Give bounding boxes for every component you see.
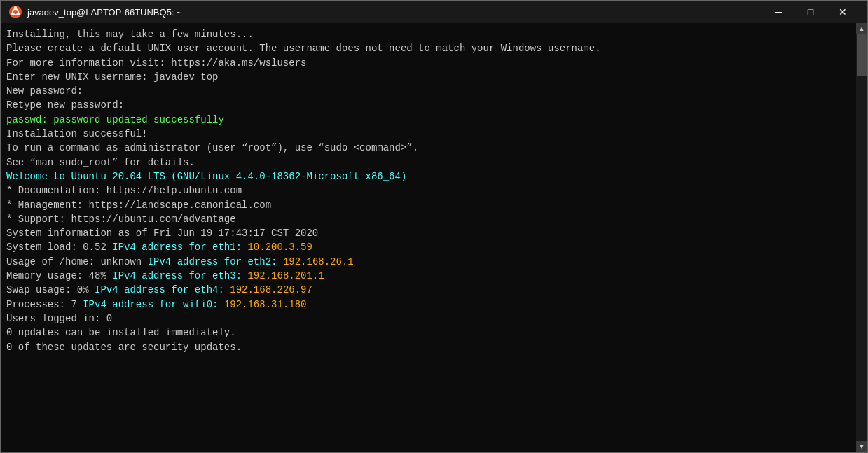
- ubuntu-icon: [9, 6, 22, 18]
- terminal-line: Retype new password:: [6, 98, 850, 112]
- terminal-line: Welcome to Ubuntu 20.04 LTS (GNU/Linux 4…: [6, 169, 850, 183]
- title-bar-text: javadev_top@LAPTOP-66TUNBQ5: ~: [27, 7, 762, 18]
- title-bar: javadev_top@LAPTOP-66TUNBQ5: ~ ─ □ ✕: [1, 1, 867, 23]
- terminal-line: Enter new UNIX username: javadev_top: [6, 70, 850, 84]
- terminal-line: * Management: https://landscape.canonica…: [6, 198, 850, 212]
- terminal-body: Installing, this may take a few minutes.…: [1, 23, 867, 452]
- terminal-line: Please create a default UNIX user accoun…: [6, 41, 850, 55]
- terminal-line: * Support: https://ubuntu.com/advantage: [6, 212, 850, 226]
- terminal-line: Usage of /home: unknown IPv4 address for…: [6, 255, 850, 269]
- terminal-line: 0 updates can be installed immediately.: [6, 326, 850, 340]
- scrollbar-up-button[interactable]: ▲: [856, 23, 867, 34]
- terminal-line: System load: 0.52 IPv4 address for eth1:…: [6, 240, 850, 254]
- terminal-line: System information as of Fri Jun 19 17:4…: [6, 226, 850, 240]
- terminal-line: Processes: 7 IPv4 address for wifi0: 192…: [6, 298, 850, 312]
- terminal-content[interactable]: Installing, this may take a few minutes.…: [1, 23, 856, 452]
- terminal-window: javadev_top@LAPTOP-66TUNBQ5: ~ ─ □ ✕ Ins…: [0, 0, 868, 453]
- terminal-line: Installation successful!: [6, 127, 850, 141]
- terminal-line: Installing, this may take a few minutes.…: [6, 27, 850, 41]
- terminal-line: * Documentation: https://help.ubuntu.com: [6, 183, 850, 197]
- maximize-button[interactable]: □: [794, 1, 827, 23]
- svg-point-4: [11, 13, 13, 15]
- minimize-button[interactable]: ─: [762, 1, 794, 23]
- terminal-line: See “man sudo_root” for details.: [6, 155, 850, 169]
- terminal-line: 0 of these updates are security updates.: [6, 340, 850, 354]
- scrollbar-thumb[interactable]: [857, 34, 867, 76]
- scrollbar-thumb-area: [856, 34, 867, 441]
- terminal-line: To run a command as administrator (user …: [6, 141, 850, 155]
- terminal-line: Memory usage: 48% IPv4 address for eth3:…: [6, 269, 850, 283]
- scrollbar-down-button[interactable]: ▼: [856, 441, 867, 452]
- terminal-line: Swap usage: 0% IPv4 address for eth4: 19…: [6, 283, 850, 297]
- svg-point-2: [14, 6, 17, 9]
- terminal-line: For more information visit: https://aka.…: [6, 56, 850, 70]
- title-bar-controls: ─ □ ✕: [762, 1, 859, 23]
- terminal-line: Users logged in: 0: [6, 312, 850, 326]
- svg-point-3: [18, 13, 20, 15]
- terminal-line: passwd: password updated successfully: [6, 113, 850, 127]
- close-button[interactable]: ✕: [827, 1, 859, 23]
- scrollbar-track[interactable]: ▲ ▼: [856, 23, 867, 452]
- terminal-line: New password:: [6, 84, 850, 98]
